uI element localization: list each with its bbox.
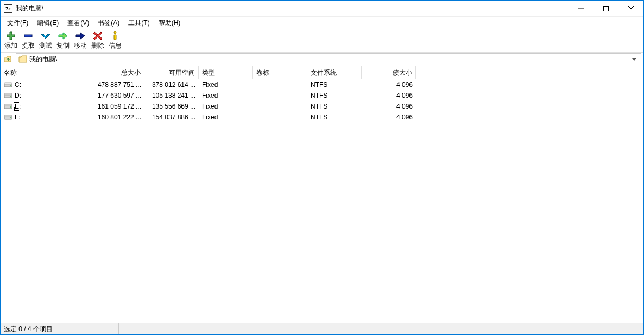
column-header-name[interactable]: 名称 bbox=[1, 66, 90, 79]
svg-point-9 bbox=[10, 96, 11, 97]
cell-volume bbox=[253, 84, 307, 85]
cell-type: Fixed bbox=[199, 113, 253, 122]
add-label: 添加 bbox=[4, 41, 17, 50]
plus-icon bbox=[5, 31, 17, 41]
test-label: 测试 bbox=[39, 41, 52, 50]
cross-icon bbox=[92, 31, 104, 41]
cell-fs: NTFS bbox=[307, 91, 362, 100]
drive-name-cell: F: bbox=[1, 113, 90, 122]
up-button[interactable] bbox=[3, 54, 14, 65]
cell-free: 154 037 886 ... bbox=[144, 113, 199, 122]
cell-cluster: 4 096 bbox=[362, 113, 416, 122]
file-list[interactable]: 名称总大小可用空间类型卷标文件系统簇大小 C:478 887 751 ...37… bbox=[1, 66, 643, 323]
info-icon bbox=[109, 31, 121, 41]
column-header-type[interactable]: 类型 bbox=[199, 66, 253, 79]
cell-type: Fixed bbox=[199, 102, 253, 111]
delete-button[interactable]: 删除 bbox=[90, 30, 106, 51]
maximize-button[interactable] bbox=[594, 1, 618, 17]
titlebar: 7z 我的电脑\ bbox=[1, 1, 643, 17]
arrow-right-solid-icon bbox=[74, 31, 86, 41]
cell-cluster: 4 096 bbox=[362, 80, 416, 89]
svg-rect-8 bbox=[4, 93, 12, 95]
cell-volume bbox=[253, 95, 307, 96]
window-controls bbox=[569, 1, 643, 17]
cell-fs: NTFS bbox=[307, 80, 362, 89]
column-header-volume[interactable]: 卷标 bbox=[253, 66, 307, 79]
up-folder-icon bbox=[4, 55, 12, 64]
copy-button[interactable]: 复制 bbox=[55, 30, 71, 51]
add-button[interactable]: 添加 bbox=[3, 30, 19, 51]
cell-total: 177 630 597 ... bbox=[90, 91, 144, 100]
statusbar: 选定 0 / 4 个项目 bbox=[1, 323, 643, 334]
drive-name-text: F: bbox=[15, 113, 21, 121]
drive-row[interactable]: D:177 630 597 ...105 138 241 ...FixedNTF… bbox=[1, 90, 643, 101]
maximize-icon bbox=[603, 6, 609, 11]
menu-item-4[interactable]: 工具(T) bbox=[124, 17, 154, 29]
drive-name-cell: D: bbox=[1, 91, 90, 100]
cell-type: Fixed bbox=[199, 80, 253, 89]
move-label: 移动 bbox=[74, 41, 87, 50]
svg-rect-0 bbox=[604, 6, 609, 11]
svg-point-2 bbox=[114, 31, 116, 34]
addressbar: 我的电脑\ bbox=[1, 52, 643, 66]
minimize-button[interactable] bbox=[569, 1, 594, 17]
info-button[interactable]: 信息 bbox=[107, 30, 123, 51]
column-header-fs[interactable]: 文件系统 bbox=[307, 66, 362, 79]
extract-button[interactable]: 提取 bbox=[20, 30, 36, 51]
minus-icon bbox=[22, 31, 34, 41]
column-header-cluster[interactable]: 簇大小 bbox=[362, 66, 416, 79]
toolbar: 添加提取测试复制移动删除信息 bbox=[1, 29, 643, 52]
drive-row[interactable]: C:478 887 751 ...378 012 614 ...FixedNTF… bbox=[1, 79, 643, 90]
move-button[interactable]: 移动 bbox=[72, 30, 89, 51]
close-icon bbox=[628, 6, 634, 11]
status-panel-3 bbox=[146, 323, 173, 334]
svg-rect-5 bbox=[4, 83, 12, 84]
svg-point-6 bbox=[10, 85, 11, 86]
address-path: 我的电脑\ bbox=[29, 55, 630, 64]
cell-free: 135 556 669 ... bbox=[144, 102, 199, 111]
drive-name-text: E: bbox=[15, 103, 21, 110]
copy-label: 复制 bbox=[56, 41, 70, 50]
svg-point-15 bbox=[10, 117, 11, 118]
drive-icon bbox=[4, 103, 12, 110]
drive-name-cell: E: bbox=[1, 102, 90, 111]
drive-row[interactable]: F:160 801 222 ...154 037 886 ...FixedNTF… bbox=[1, 112, 643, 123]
menu-item-0[interactable]: 文件(F) bbox=[3, 17, 33, 29]
column-header-free[interactable]: 可用空间 bbox=[144, 66, 199, 79]
status-text: 选定 0 / 4 个项目 bbox=[1, 323, 119, 334]
test-button[interactable]: 测试 bbox=[37, 30, 54, 51]
menubar: 文件(F)编辑(E)查看(V)书签(A)工具(T)帮助(H) bbox=[1, 17, 643, 29]
column-header-total[interactable]: 总大小 bbox=[90, 66, 144, 79]
folder-icon bbox=[18, 55, 27, 63]
arrow-right-outline-icon bbox=[57, 31, 69, 41]
extract-label: 提取 bbox=[22, 41, 35, 50]
drive-icon bbox=[4, 92, 12, 99]
menu-item-3[interactable]: 书签(A) bbox=[93, 17, 124, 29]
menu-item-5[interactable]: 帮助(H) bbox=[154, 17, 185, 29]
cell-total: 161 059 172 ... bbox=[90, 102, 144, 111]
file-list-header: 名称总大小可用空间类型卷标文件系统簇大小 bbox=[1, 66, 643, 79]
cell-free: 378 012 614 ... bbox=[144, 80, 199, 89]
address-combo[interactable]: 我的电脑\ bbox=[16, 53, 641, 65]
cell-cluster: 4 096 bbox=[362, 91, 416, 100]
dropdown-icon[interactable] bbox=[630, 54, 639, 64]
cell-volume bbox=[253, 117, 307, 118]
drive-icon bbox=[4, 81, 12, 88]
menu-item-2[interactable]: 查看(V) bbox=[63, 17, 93, 29]
app-icon: 7z bbox=[4, 4, 12, 13]
drive-row[interactable]: E:161 059 172 ...135 556 669 ...FixedNTF… bbox=[1, 101, 643, 112]
svg-rect-1 bbox=[24, 35, 32, 37]
svg-point-12 bbox=[10, 106, 11, 108]
drive-icon bbox=[4, 114, 12, 121]
close-button[interactable] bbox=[618, 1, 643, 17]
drive-name-text: D: bbox=[15, 92, 21, 99]
cell-type: Fixed bbox=[199, 91, 253, 100]
svg-rect-11 bbox=[4, 104, 12, 106]
status-panel-4 bbox=[173, 323, 238, 334]
cell-fs: NTFS bbox=[307, 113, 362, 122]
drive-name-text: C: bbox=[15, 81, 21, 89]
menu-item-1[interactable]: 编辑(E) bbox=[33, 17, 63, 29]
cell-fs: NTFS bbox=[307, 102, 362, 111]
info-label: 信息 bbox=[109, 41, 122, 50]
cell-total: 478 887 751 ... bbox=[90, 80, 144, 89]
